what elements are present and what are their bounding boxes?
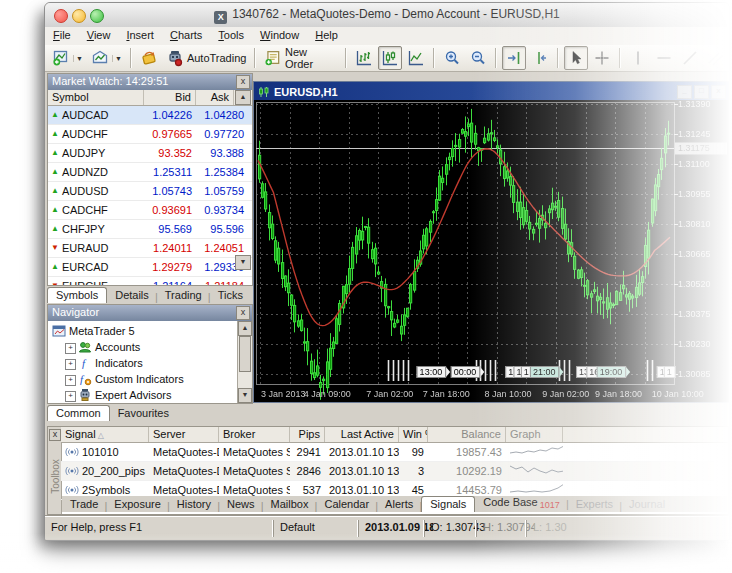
close-icon[interactable]: x [236,75,250,89]
column-last-active[interactable]: Last Active [325,427,399,442]
scroll-down-icon[interactable]: ▼ [238,388,252,403]
tab-journal[interactable]: Journal [621,497,673,512]
close-icon[interactable]: x [49,429,61,441]
scroll-up-icon[interactable]: ▲ [238,321,252,336]
menu-item-view[interactable]: View [79,27,119,41]
market-watch-row-audchf[interactable]: ▲AUDCHF0.976650.97720 [48,125,252,144]
tester-button[interactable] [137,46,161,70]
maximize-icon[interactable]: □ [694,85,709,99]
chevron-down-icon[interactable]: ▼ [112,55,122,62]
tab-signals[interactable]: Signals [421,496,475,512]
tab-code-base[interactable]: Code Base1017| [475,496,567,512]
market-watch-row-chfjpy[interactable]: ▲CHFJPY95.56995.596 [48,220,252,239]
tab-trade[interactable]: Trade| [62,497,106,512]
minimize-icon[interactable]: _ [677,85,692,99]
toolbox-vertical-label: Toolbox [50,454,61,500]
column-broker[interactable]: Broker [219,427,290,442]
auto-scroll-button[interactable] [528,46,552,70]
column-server[interactable]: Server [149,427,219,442]
market-watch-header[interactable]: Market Watch: 14:29:51 x [48,74,252,90]
tab-trading[interactable]: Trading| [157,288,210,303]
market-watch-row-euraud[interactable]: ▼EURAUD1.240111.24051 [48,239,252,258]
navigator-scrollbar[interactable]: ▲ ▼ [237,321,252,403]
tree-item-metatrader-5[interactable]: MetaTrader 5 [48,323,236,339]
scroll-up-icon[interactable]: ▲ [235,90,251,105]
market-watch-row-audusd[interactable]: ▲AUDUSD1.057431.05759 [48,182,252,201]
tree-item-indicators[interactable]: +fIndicators [48,355,236,371]
horizontal-line-button[interactable] [652,46,676,70]
trend-up-icon: ▲ [48,163,62,181]
tab-experts[interactable]: Experts| [568,497,621,512]
autotrading-button[interactable]: AutoTrading [163,46,250,70]
signal-row-101010[interactable]: 101010MetaQuotes-DemoMetaQuotes Soft...2… [61,443,728,462]
tree-item-custom-indicators[interactable]: +fCustom Indicators [48,371,236,387]
tab-alerts[interactable]: Alerts| [377,497,421,512]
column-symbol[interactable]: Symbol [48,90,144,105]
tab-exposure[interactable]: Exposure| [106,497,168,512]
column-balance[interactable]: Balance [428,427,506,442]
menu-item-file[interactable]: File [45,27,79,41]
tab-symbols[interactable]: Symbols [47,287,107,303]
market-watch-column-headers[interactable]: Symbol Bid Ask ▲ [48,90,252,106]
zoom-out-button[interactable] [466,46,490,70]
tree-item-expert-advisors[interactable]: +Expert Advisors [48,387,236,403]
new-chart-button[interactable]: ▼ [49,46,86,70]
signal-row-20_200_pips[interactable]: 20_200_pipsMetaQuotes-DemoMetaQuotes Sof… [61,462,728,481]
bar-chart-button[interactable] [352,46,376,70]
menu-item-insert[interactable]: Insert [118,27,162,41]
tab-details[interactable]: Details| [107,288,157,303]
tab-favourites[interactable]: Favourites [110,406,177,421]
tab-mailbox[interactable]: Mailbox| [263,497,317,512]
zoom-in-button[interactable] [440,46,464,70]
market-watch-row-audnzd[interactable]: ▲AUDNZD1.253111.25384 [48,163,252,182]
trendline-button[interactable] [678,46,702,70]
toolbox-tabs: Trade|Exposure|History|News|Mailbox|Cale… [62,496,728,512]
menu-item-charts[interactable]: Charts [162,27,210,41]
new-order-button[interactable]: New Order [261,46,340,70]
title-bar[interactable]: X1340762 - MetaQuotes-Demo - Demo Accoun… [45,3,729,28]
tab-history[interactable]: History| [169,497,219,512]
tab-news[interactable]: News| [219,497,263,512]
market-watch-row-audjpy[interactable]: ▲AUDJPY93.35293.388 [48,144,252,163]
profiles-button[interactable]: ▼ [88,46,125,70]
vertical-line-button[interactable] [626,46,650,70]
expand-icon[interactable]: + [65,391,76,402]
column-ask[interactable]: Ask [196,90,234,105]
menu-item-window[interactable]: Window [252,27,307,41]
scroll-down-icon[interactable]: ▼ [235,255,251,270]
tab-calendar[interactable]: Calendar| [316,497,377,512]
market-watch-row-eurcad[interactable]: ▲EURCAD1.292791.29330 [48,258,252,277]
channel-button[interactable] [704,46,728,70]
column-bid[interactable]: Bid [144,90,196,105]
tab-common[interactable]: Common [47,405,110,421]
candlestick-button[interactable] [378,46,402,70]
scrollbar-thumb[interactable] [239,336,251,372]
tab-ticks[interactable]: Ticks [210,288,251,303]
toolbox-column-headers[interactable]: Signal △ServerBrokerPipsLast ActiveWin %… [61,427,728,443]
navigator-header[interactable]: Navigator x [48,305,252,321]
menu-item-help[interactable]: Help [307,27,346,41]
expand-icon[interactable]: + [65,375,76,386]
signal-label: 20_200_pips [82,462,145,480]
chevron-down-icon[interactable]: ▼ [73,55,83,62]
bid-value: 93.352 [144,144,196,162]
market-watch-row-cadchf[interactable]: ▲CADCHF0.936910.93734 [48,201,252,220]
column-signal[interactable]: Signal △ [61,427,149,442]
menu-item-tools[interactable]: Tools [210,27,252,41]
price-chart-canvas[interactable] [254,100,728,401]
close-icon[interactable]: x [711,85,726,99]
status-profile[interactable]: Default [273,520,365,537]
crosshair-button[interactable] [590,46,614,70]
line-chart-button[interactable] [404,46,428,70]
column-pips[interactable]: Pips [290,427,325,442]
market-watch-row-audcad[interactable]: ▲AUDCAD1.042261.04280 [48,106,252,125]
expand-icon[interactable]: + [65,343,76,354]
close-icon[interactable]: x [236,306,250,320]
cursor-button[interactable] [564,46,588,70]
shift-end-button[interactable] [502,46,526,70]
expand-icon[interactable]: + [65,359,76,370]
chart-title-bar[interactable]: EURUSD,H1 _ □ x [254,82,730,100]
tree-item-accounts[interactable]: +Accounts [48,339,236,355]
column-win-[interactable]: Win % [399,427,428,442]
column-graph[interactable]: Graph [506,427,563,442]
